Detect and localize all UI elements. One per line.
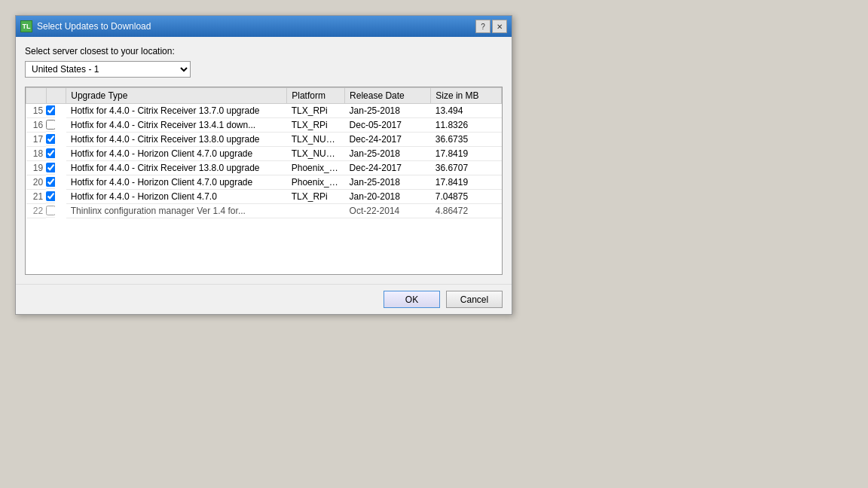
row-size: 36.6735 [431, 133, 502, 147]
row-checkbox-cell[interactable] [46, 147, 55, 160]
table-row: 21Hotfix for 4.4.0 - Horizon Client 4.7.… [26, 190, 502, 204]
row-size: 4.86472 [431, 204, 502, 218]
row-upgrade-type: Hotfix for 4.4.0 - Horizon Client 4.7.0 … [66, 175, 287, 190]
table-row: 20Hotfix for 4.4.0 - Horizon Client 4.7.… [26, 175, 502, 190]
row-checkbox[interactable] [46, 148, 55, 158]
row-checkbox-cell[interactable] [46, 175, 55, 189]
row-upgrade-type: Hotfix for 4.4.0 - Citrix Receiver 13.7.… [66, 104, 287, 118]
row-upgrade-type: Hotfix for 4.4.0 - Citrix Receiver 13.4.… [66, 118, 287, 133]
row-checkbox-cell[interactable] [46, 118, 55, 132]
row-size: 17.8419 [431, 175, 502, 190]
dialog-title: Select Updates to Download [37, 21, 151, 32]
row-checkbox[interactable] [46, 134, 55, 144]
row-number: 19 [26, 161, 47, 175]
updates-table: Upgrade Type Platform Release Date Size … [26, 87, 502, 218]
row-upgrade-type: Hotfix for 4.4.0 - Citrix Receiver 13.8.… [66, 133, 287, 147]
row-checkbox[interactable] [46, 120, 55, 130]
row-platform: Phoenix_PC [287, 175, 345, 190]
row-platform: TLX_NUC32 [287, 133, 345, 147]
row-release-date: Jan-25-2018 [345, 104, 431, 118]
row-size: 13.494 [431, 104, 502, 118]
row-checkbox-cell[interactable] [46, 204, 55, 218]
row-size: 36.6707 [431, 161, 502, 175]
row-number: 21 [26, 190, 47, 204]
table-row: 22Thinlinx configuration manager Ver 1.4… [26, 204, 502, 218]
row-platform [287, 204, 345, 218]
title-bar-left: TL Select Updates to Download [20, 20, 151, 32]
table-row: 19Hotfix for 4.4.0 - Citrix Receiver 13.… [26, 161, 502, 175]
col-platform: Platform [287, 88, 345, 104]
row-platform: Phoenix_PC [287, 161, 345, 175]
table-header-row: Upgrade Type Platform Release Date Size … [26, 88, 502, 104]
ok-button[interactable]: OK [384, 291, 440, 308]
row-platform: TLX_RPi [287, 118, 345, 133]
row-platform: TLX_NUC32 [287, 147, 345, 161]
row-number: 16 [26, 118, 47, 133]
row-checkbox[interactable] [46, 191, 55, 201]
cancel-button[interactable]: Cancel [446, 291, 503, 308]
row-checkbox-cell[interactable] [46, 133, 55, 146]
row-size: 17.8419 [431, 147, 502, 161]
row-number: 18 [26, 147, 47, 161]
row-release-date: Jan-25-2018 [345, 175, 431, 190]
row-upgrade-type: Hotfix for 4.4.0 - Horizon Client 4.7.0 … [66, 147, 287, 161]
row-release-date: Jan-25-2018 [345, 147, 431, 161]
server-label: Select server closest to your location: [25, 46, 503, 56]
row-release-date: Oct-22-2014 [345, 204, 431, 218]
row-upgrade-type: Thinlinx configuration manager Ver 1.4 f… [66, 204, 287, 218]
title-bar: TL Select Updates to Download ? ✕ [16, 16, 512, 37]
row-checkbox[interactable] [46, 163, 55, 172]
col-num [26, 88, 47, 104]
table-row: 15Hotfix for 4.4.0 - Citrix Receiver 13.… [26, 104, 502, 118]
col-check [46, 88, 66, 104]
col-upgrade: Upgrade Type [66, 88, 287, 104]
help-button[interactable]: ? [475, 20, 491, 33]
row-number: 15 [26, 104, 47, 118]
row-size: 7.04875 [431, 190, 502, 204]
row-number: 17 [26, 133, 47, 147]
row-checkbox-cell[interactable] [46, 190, 55, 203]
row-release-date: Dec-24-2017 [345, 161, 431, 175]
table-row: 18Hotfix for 4.4.0 - Horizon Client 4.7.… [26, 147, 502, 161]
updates-table-container[interactable]: Upgrade Type Platform Release Date Size … [25, 87, 503, 275]
col-size: Size in MB [431, 88, 502, 104]
row-number: 22 [26, 204, 47, 218]
app-icon: TL [20, 20, 32, 32]
row-checkbox-cell[interactable] [46, 104, 55, 117]
row-number: 20 [26, 175, 47, 190]
row-upgrade-type: Hotfix for 4.4.0 - Citrix Receiver 13.8.… [66, 161, 287, 175]
row-platform: TLX_RPi [287, 190, 345, 204]
row-release-date: Dec-05-2017 [345, 118, 431, 133]
server-select[interactable]: United States - 1United States - 2Europe… [25, 61, 191, 78]
row-platform: TLX_RPi [287, 104, 345, 118]
row-upgrade-type: Hotfix for 4.4.0 - Horizon Client 4.7.0 [66, 190, 287, 204]
row-checkbox[interactable] [46, 206, 55, 215]
col-release: Release Date [345, 88, 431, 104]
table-row: 17Hotfix for 4.4.0 - Citrix Receiver 13.… [26, 133, 502, 147]
server-dropdown-container: United States - 1United States - 2Europe… [25, 61, 503, 78]
dialog-body: Select server closest to your location: … [16, 37, 512, 284]
row-release-date: Jan-20-2018 [345, 190, 431, 204]
row-checkbox-cell[interactable] [46, 161, 55, 175]
title-buttons: ? ✕ [475, 20, 507, 33]
row-size: 11.8326 [431, 118, 502, 133]
row-checkbox[interactable] [46, 105, 55, 115]
row-release-date: Dec-24-2017 [345, 133, 431, 147]
dialog-footer: OK Cancel [16, 284, 512, 314]
close-button[interactable]: ✕ [492, 20, 507, 33]
dialog-window: TL Select Updates to Download ? ✕ Select… [15, 15, 512, 315]
table-row: 16Hotfix for 4.4.0 - Citrix Receiver 13.… [26, 118, 502, 133]
row-checkbox[interactable] [46, 177, 55, 187]
